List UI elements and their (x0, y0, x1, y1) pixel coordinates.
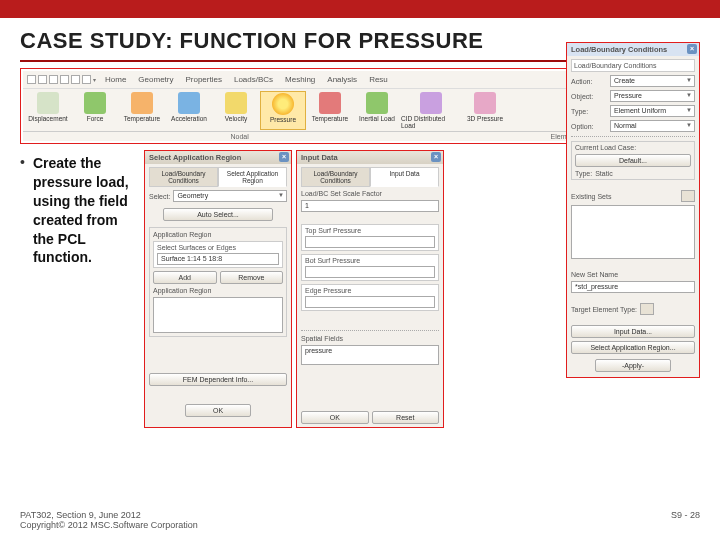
remove-button[interactable]: Remove (220, 271, 284, 284)
qat-icon[interactable] (71, 75, 80, 84)
ribbon-item-cid-distributed-load[interactable]: CID Distributed Load (401, 91, 461, 130)
bot-surf-box: Bot Surf Pressure (301, 254, 439, 281)
velocity-icon (225, 92, 247, 114)
fem-dependent-info-button[interactable]: FEM Dependent Info... (149, 373, 287, 386)
qat-icon[interactable] (27, 75, 36, 84)
panel-tab[interactable]: Load/Boundary Conditions (301, 167, 370, 187)
type-dropdown[interactable]: Element Uniform (610, 105, 695, 117)
ok-button[interactable]: OK (301, 411, 369, 424)
new-set-name-input[interactable]: *std_pressure (571, 281, 695, 293)
qat-icon[interactable] (82, 75, 91, 84)
panel-title: Input Data× (297, 151, 443, 164)
bullet-mark: • (20, 154, 25, 267)
qat-icon[interactable] (38, 75, 47, 84)
acceleration-icon (178, 92, 200, 114)
panel-load-boundary-conditions: Load/Boundary Conditions× Load/Boundary … (566, 42, 700, 378)
loadcase-button[interactable]: Default... (575, 154, 691, 167)
ribbon-tabs: Home Geometry Properties Loads/BCs Meshi… (98, 73, 395, 86)
panel-tabs: Load/Boundary Conditions Select Applicat… (149, 167, 287, 187)
select-dropdown[interactable]: Geometry (173, 190, 287, 202)
edge-label: Edge Pressure (305, 287, 435, 294)
panel-tabs: Load/Boundary Conditions Input Data (301, 167, 439, 187)
target-elem-type-label: Target Element Type: (571, 306, 637, 313)
ribbon-item-displacement[interactable]: Displacement (25, 91, 71, 130)
target-type-icon[interactable] (640, 303, 654, 315)
close-icon[interactable]: × (431, 152, 441, 162)
bot-surf-input[interactable] (305, 266, 435, 278)
ribbon-item-pressure[interactable]: Pressure (260, 91, 306, 130)
ribbon-tab[interactable]: Resu (366, 73, 391, 86)
ok-button[interactable]: OK (185, 404, 251, 417)
ribbon-item-temperature-2[interactable]: Temperature (307, 91, 353, 130)
pressure-3d-icon (474, 92, 496, 114)
ribbon-tab[interactable]: Geometry (135, 73, 176, 86)
scale-factor-label: Load/BC Set Scale Factor (301, 190, 439, 197)
bullet-column: • Create the pressure load, using the fi… (20, 150, 140, 428)
temperature-icon (131, 92, 153, 114)
new-set-name-label: New Set Name (571, 271, 695, 278)
ribbon-tab[interactable]: Meshing (282, 73, 318, 86)
appreg-label: Application Region (153, 287, 283, 294)
panel-tab[interactable]: Load/Boundary Conditions (149, 167, 218, 187)
panel-title: Select Application Region× (145, 151, 291, 164)
type-label: Type: (571, 108, 607, 115)
panel-tab[interactable]: Select Application Region (218, 167, 287, 187)
edge-input[interactable] (305, 296, 435, 308)
footer-line1: PAT302, Section 9, June 2012 (20, 510, 198, 520)
panel-subtitle-tab[interactable]: Load/Boundary Conditions (571, 59, 695, 72)
reset-button[interactable]: Reset (372, 411, 440, 424)
ribbon-item-temperature[interactable]: Temperature (119, 91, 165, 130)
spatial-fields-label: Spatial Fields (301, 335, 439, 342)
force-icon (84, 92, 106, 114)
temperature-icon (319, 92, 341, 114)
input-data-button[interactable]: Input Data... (571, 325, 695, 338)
ribbon-tab[interactable]: Home (102, 73, 129, 86)
panel-select-application-region: Select Application Region× Load/Boundary… (144, 150, 292, 428)
action-dropdown[interactable]: Create (610, 75, 695, 87)
footer-line2: Copyright© 2012 MSC.Software Corporation (20, 520, 198, 530)
surface-select-box: Select Surfaces or Edges Surface 1:14 5 … (153, 241, 283, 268)
top-surf-input[interactable] (305, 236, 435, 248)
close-icon[interactable]: × (687, 44, 697, 54)
application-region-group: Application Region Select Surfaces or Ed… (149, 227, 287, 337)
ribbon-item-force[interactable]: Force (72, 91, 118, 130)
option-dropdown[interactable]: Normal (610, 120, 695, 132)
auto-select-button[interactable]: Auto Select... (163, 208, 273, 221)
close-icon[interactable]: × (279, 152, 289, 162)
scale-factor-input[interactable]: 1 (301, 200, 439, 212)
ribbon-item-velocity[interactable]: Velocity (213, 91, 259, 130)
footer: PAT302, Section 9, June 2012 Copyright© … (20, 510, 700, 530)
edge-box: Edge Pressure (301, 284, 439, 311)
filter-icon[interactable] (681, 190, 695, 202)
ribbon-item-acceleration[interactable]: Acceleration (166, 91, 212, 130)
surface-input[interactable]: Surface 1:14 5 18:8 (157, 253, 279, 265)
option-label: Option: (571, 123, 607, 130)
qat-icon[interactable] (60, 75, 69, 84)
object-label: Object: (571, 93, 607, 100)
appreg-listbox[interactable] (153, 297, 283, 333)
lc-type-value: Static (595, 170, 613, 177)
ribbon-item-3d-pressure[interactable]: 3D Pressure (462, 91, 508, 130)
panel-title: Load/Boundary Conditions× (567, 43, 699, 56)
loadcase-label: Current Load Case: (575, 144, 691, 151)
apply-button[interactable]: -Apply- (595, 359, 671, 372)
panel-tab[interactable]: Input Data (370, 167, 439, 187)
pressure-icon (272, 93, 294, 115)
qat-dropdown-icon[interactable]: ▾ (93, 76, 96, 83)
existing-sets-list[interactable] (571, 205, 695, 259)
select-application-region-button[interactable]: Select Application Region... (571, 341, 695, 354)
existing-sets-label: Existing Sets (571, 193, 611, 200)
page-number: S9 - 28 (671, 510, 700, 530)
ribbon-tab[interactable]: Properties (182, 73, 224, 86)
ribbon-tab[interactable]: Analysis (324, 73, 360, 86)
add-button[interactable]: Add (153, 271, 217, 284)
inertial-load-icon (366, 92, 388, 114)
spatial-fields-list[interactable]: pressure (301, 345, 439, 365)
qat-icon[interactable] (49, 75, 58, 84)
ribbon-tab[interactable]: Loads/BCs (231, 73, 276, 86)
header-bar (0, 0, 720, 18)
select-label: Select: (149, 193, 170, 200)
ribbon-item-inertial-load[interactable]: Inertial Load (354, 91, 400, 130)
object-dropdown[interactable]: Pressure (610, 90, 695, 102)
cid-load-icon (420, 92, 442, 114)
